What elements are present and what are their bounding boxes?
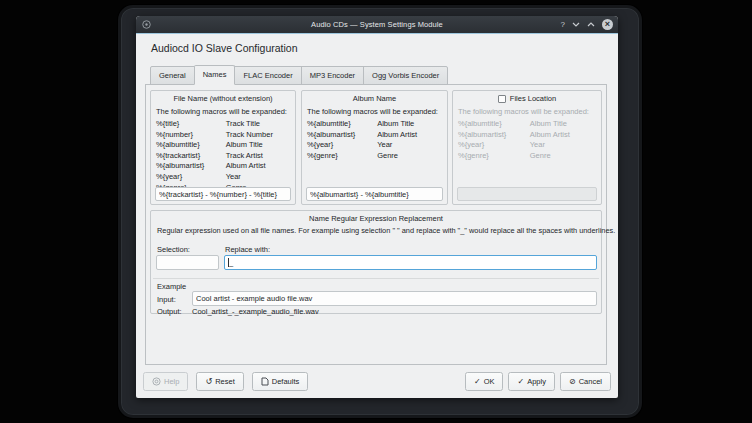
cancel-button[interactable]: ⊘ Cancel	[560, 372, 611, 391]
macro-row: %{genre}Genre	[307, 151, 442, 162]
macros-intro: The following macros will be expanded:	[307, 107, 442, 117]
ok-button[interactable]: ✓ OK	[465, 372, 504, 391]
replace-with-input[interactable]: _	[224, 255, 597, 270]
macro-row: %{albumtitle}Album Title	[156, 140, 290, 151]
example-input-label: Input:	[157, 295, 176, 304]
tab-general[interactable]: General	[150, 66, 195, 85]
album-name-pattern-input[interactable]	[306, 187, 443, 201]
selection-input[interactable]	[156, 255, 219, 270]
file-name-group-title: File Name (without extension)	[156, 94, 290, 104]
album-name-group-title: Album Name	[307, 94, 442, 104]
window-controls: ? ×	[561, 16, 613, 33]
checkmark-icon: ✓	[474, 378, 481, 386]
audiocd-app-icon	[142, 20, 151, 29]
help-icon	[152, 377, 161, 386]
macro-row: %{year}Year	[307, 140, 442, 151]
footer-right-buttons: ✓ OK ✓ Apply ⊘ Cancel	[465, 372, 611, 391]
file-name-pattern-input[interactable]	[155, 187, 291, 201]
context-help-button[interactable]: ?	[561, 16, 565, 33]
reset-button[interactable]: ↺ Reset	[196, 372, 243, 391]
macro-row: %{year}Year	[156, 172, 290, 183]
macro-row: %{albumartist}Album Artist	[307, 130, 442, 141]
document-icon	[261, 377, 269, 386]
titlebar-accent-line	[136, 33, 618, 34]
macro-row: %{genre}Genre	[458, 151, 596, 162]
example-output-label: Output:	[157, 307, 182, 316]
maximize-button[interactable]	[587, 22, 595, 27]
macros-intro: The following macros will be expanded:	[156, 107, 290, 117]
names-tab-panel: File Name (without extension) The follow…	[145, 84, 607, 365]
regex-group-title: Name Regular Expression Replacement	[151, 214, 601, 224]
monitor-bezel: Audio CDs — System Settings Module ? × A…	[118, 5, 642, 418]
example-input[interactable]	[192, 291, 597, 306]
cancel-icon: ⊘	[569, 378, 576, 386]
tab-names[interactable]: Names	[194, 65, 236, 85]
album-name-group: Album Name The following macros will be …	[301, 90, 448, 205]
help-button[interactable]: Help	[143, 372, 188, 391]
replace-with-label: Replace with:	[225, 245, 270, 254]
settings-window: Audio CDs — System Settings Module ? × A…	[136, 16, 618, 398]
files-location-group: Files Location The following macros will…	[452, 90, 602, 205]
tab-flac-encoder[interactable]: FLAC Encoder	[234, 66, 301, 85]
tab-ogg-vorbis-encoder[interactable]: Ogg Vorbis Encoder	[363, 66, 448, 85]
macro-row: %{trackartist}Track Artist	[156, 151, 290, 162]
undo-icon: ↺	[205, 378, 212, 386]
macro-row: %{albumartist}Album Artist	[156, 161, 290, 172]
checkmark-icon: ✓	[517, 378, 524, 386]
regex-description: Regular expression used on all file name…	[157, 226, 615, 235]
minimize-button[interactable]	[572, 22, 580, 27]
example-label: Example	[157, 282, 186, 291]
selection-label: Selection:	[157, 245, 190, 254]
page-title: Audiocd IO Slave Configuration	[151, 42, 298, 54]
macro-row: %{year}Year	[458, 140, 596, 151]
macro-row: %{albumtitle}Album Title	[458, 119, 596, 130]
macro-row: %{number}Track Number	[156, 130, 290, 141]
macro-row: %{albumtitle}Album Title	[307, 119, 442, 130]
regex-replacement-group: Name Regular Expression Replacement Regu…	[150, 210, 602, 314]
window-title: Audio CDs — System Settings Module	[136, 20, 618, 29]
files-location-input	[457, 187, 597, 201]
macros-intro: The following macros will be expanded:	[458, 107, 596, 117]
macro-row: %{albumartist}Album Artist	[458, 130, 596, 141]
files-location-group-title: Files Location	[510, 94, 556, 104]
apply-button[interactable]: ✓ Apply	[508, 372, 554, 391]
tab-mp3-encoder[interactable]: MP3 Encoder	[301, 66, 364, 85]
titlebar[interactable]: Audio CDs — System Settings Module ? ×	[136, 16, 618, 33]
footer-left-buttons: Help ↺ Reset Defaults	[143, 372, 308, 391]
tab-bar: General Names FLAC Encoder MP3 Encoder O…	[150, 65, 448, 85]
defaults-button[interactable]: Defaults	[252, 372, 309, 391]
example-output-value: Cool_artist_-_example_audio_file.wav	[192, 307, 319, 316]
files-location-checkbox[interactable]	[498, 95, 506, 103]
file-name-group: File Name (without extension) The follow…	[150, 90, 296, 205]
close-button[interactable]: ×	[602, 19, 613, 30]
example-separator	[153, 278, 599, 279]
macro-row: %{title}Track Title	[156, 119, 290, 130]
